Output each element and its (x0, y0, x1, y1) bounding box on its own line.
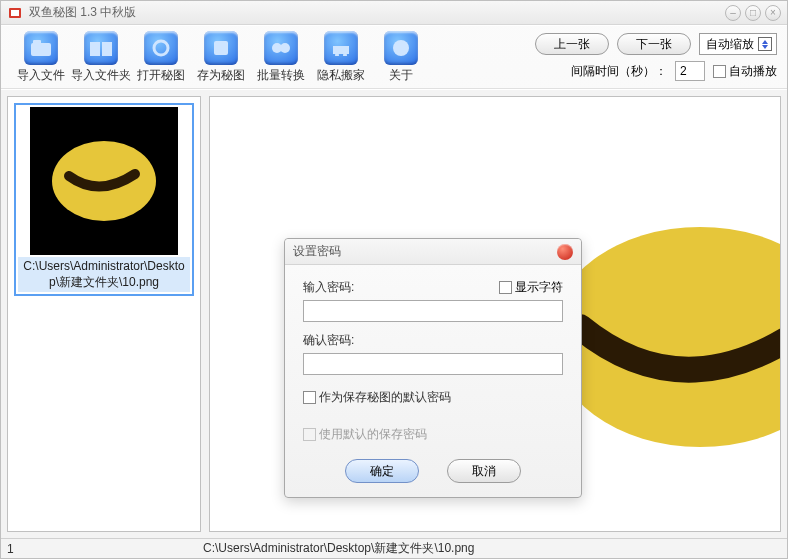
password-dialog: 设置密码 输入密码: 显示字符 确认密码: 作为保存 (284, 238, 582, 498)
svg-rect-4 (90, 42, 100, 56)
maximize-button[interactable]: □ (745, 5, 761, 21)
autoplay-checkbox[interactable]: 自动播放 (713, 63, 777, 80)
show-chars-checkbox[interactable]: 显示字符 (499, 279, 563, 296)
interval-label: 间隔时间（秒）： (571, 63, 667, 80)
status-path: C:\Users\Administrator\Desktop\新建文件夹\10.… (197, 540, 781, 557)
dropdown-arrows-icon (758, 37, 772, 51)
interval-input[interactable] (675, 61, 705, 81)
import-file-icon (24, 31, 58, 65)
default-save-password-checkbox[interactable]: 作为保存秘图的默认密码 (303, 389, 563, 406)
main-window: 双鱼秘图 1.3 中秋版 – □ × 导入文件 导入文件夹 打开秘图 存为秘图 … (0, 0, 788, 559)
use-default-password-checkbox: 使用默认的保存密码 (303, 426, 563, 443)
confirm-password-label: 确认密码: (303, 332, 369, 349)
checkbox-icon (499, 281, 512, 294)
checkbox-icon (713, 65, 726, 78)
toolbar-right: 上一张 下一张 自动缩放 间隔时间（秒）： 自动播放 (535, 33, 777, 81)
zoom-mode-dropdown[interactable]: 自动缩放 (699, 33, 777, 55)
checkbox-icon (303, 428, 316, 441)
window-title: 双鱼秘图 1.3 中秋版 (29, 4, 725, 21)
thumbnail-image (30, 107, 178, 255)
confirm-password-input[interactable] (303, 353, 563, 375)
input-password-label: 输入密码: (303, 279, 369, 296)
cancel-button[interactable]: 取消 (447, 459, 521, 483)
svg-point-9 (280, 43, 290, 53)
dialog-close-icon[interactable] (557, 244, 573, 260)
thumbnail-caption: C:\Users\Administrator\Desktop\新建文件夹\10.… (18, 257, 190, 292)
minimize-button[interactable]: – (725, 5, 741, 21)
body-area: C:\Users\Administrator\Desktop\新建文件夹\10.… (1, 89, 787, 538)
svg-point-6 (154, 41, 168, 55)
statusbar: 1 C:\Users\Administrator\Desktop\新建文件夹\1… (1, 538, 787, 558)
thumbnail-panel[interactable]: C:\Users\Administrator\Desktop\新建文件夹\10.… (7, 96, 201, 532)
toolbar-privacy[interactable]: 隐私搬家 (311, 31, 371, 84)
svg-point-13 (393, 40, 409, 56)
toolbar-about[interactable]: 关于 (371, 31, 431, 84)
titlebar[interactable]: 双鱼秘图 1.3 中秋版 – □ × (1, 1, 787, 25)
toolbar-save[interactable]: 存为秘图 (191, 31, 251, 84)
open-icon (144, 31, 178, 65)
dialog-title: 设置密码 (293, 243, 341, 260)
import-folder-icon (84, 31, 118, 65)
status-left: 1 (7, 542, 197, 556)
svg-rect-1 (11, 10, 19, 16)
checkbox-icon (303, 391, 316, 404)
about-icon (384, 31, 418, 65)
zoom-mode-value: 自动缩放 (706, 36, 754, 53)
toolbar-open[interactable]: 打开秘图 (131, 31, 191, 84)
batch-icon (264, 31, 298, 65)
ok-button[interactable]: 确定 (345, 459, 419, 483)
svg-rect-5 (102, 42, 112, 56)
dialog-titlebar[interactable]: 设置密码 (285, 239, 581, 265)
next-button[interactable]: 下一张 (617, 33, 691, 55)
toolbar: 导入文件 导入文件夹 打开秘图 存为秘图 批量转换 隐私搬家 关于 上一 (1, 25, 787, 89)
save-icon (204, 31, 238, 65)
svg-rect-10 (333, 46, 349, 54)
thumbnail-item[interactable]: C:\Users\Administrator\Desktop\新建文件夹\10.… (14, 103, 194, 296)
prev-button[interactable]: 上一张 (535, 33, 609, 55)
window-buttons: – □ × (725, 5, 781, 21)
privacy-icon (324, 31, 358, 65)
toolbar-batch[interactable]: 批量转换 (251, 31, 311, 84)
close-button[interactable]: × (765, 5, 781, 21)
toolbar-import-file[interactable]: 导入文件 (11, 31, 71, 84)
dialog-body: 输入密码: 显示字符 确认密码: 作为保存秘图的默认密码 (285, 265, 581, 497)
svg-rect-3 (33, 40, 41, 45)
toolbar-import-folder[interactable]: 导入文件夹 (71, 31, 131, 84)
password-input[interactable] (303, 300, 563, 322)
app-icon (7, 5, 23, 21)
svg-rect-7 (214, 41, 228, 55)
